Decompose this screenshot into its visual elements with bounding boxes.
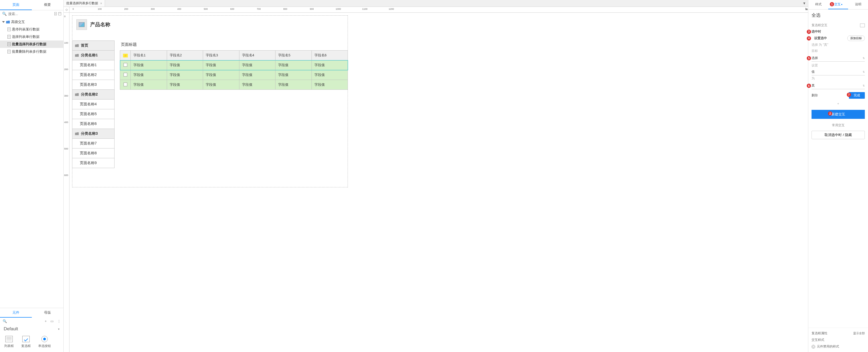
menu-page[interactable]: 页面名称4 [72, 100, 114, 109]
tab-masters[interactable]: 母版 [32, 308, 64, 318]
add-page-icon[interactable]: + [54, 12, 57, 15]
page-title[interactable]: 页面标题 [120, 40, 348, 50]
tab-overview[interactable]: 概要 [32, 0, 64, 10]
new-interaction-button[interactable]: 2 新建交互 [811, 110, 865, 119]
menu-category[interactable]: 首页 [72, 41, 114, 50]
cell[interactable]: 字段值 [275, 60, 312, 70]
row-checkbox[interactable] [124, 73, 127, 76]
tabs-dropdown[interactable]: ▼ [800, 0, 808, 7]
tab-interact[interactable]: 1 交互 [828, 0, 848, 9]
table-row[interactable]: 字段值字段值字段值字段值字段值字段值 [120, 80, 348, 90]
doc-tab[interactable]: 批量选择列表多行数据 × [64, 0, 105, 7]
cell[interactable]: 字段值 [275, 80, 312, 90]
menu-page[interactable]: 页面名称7 [72, 139, 114, 148]
to-dropdown[interactable]: 真⇅ [811, 82, 865, 89]
menu-page[interactable]: 页面名称2 [72, 70, 114, 80]
library-selector[interactable]: Default ▾ [0, 325, 63, 334]
interaction-section-label: 复选框交互 [811, 23, 828, 28]
cell[interactable]: 字段值 [203, 60, 239, 70]
cell[interactable]: 字段值 [167, 70, 203, 80]
column-header[interactable]: 字段名5 [275, 50, 312, 60]
row-checkbox[interactable] [124, 63, 127, 67]
menu-page[interactable]: 页面名称8 [72, 148, 114, 158]
badge-1: 1 [830, 2, 834, 6]
ruler-horizontal[interactable]: 0100200300400500600700800900100011001200… [69, 7, 808, 13]
search-input[interactable] [8, 12, 53, 16]
table-row[interactable]: 字段值字段值字段值字段值字段值字段值 [120, 60, 348, 70]
cell[interactable]: 字段值 [203, 70, 239, 80]
menu-page[interactable]: 页面名称1 [72, 60, 114, 70]
done-button[interactable]: 7 完成 [849, 92, 865, 99]
target-dropdown[interactable]: 选择⇅ [811, 55, 865, 62]
delete-action[interactable]: 删除 [811, 93, 818, 98]
set-dropdown[interactable]: 值⇅ [811, 69, 865, 75]
column-header[interactable]: 字段名1 [131, 50, 167, 60]
library-icon[interactable]: ▭ [50, 319, 54, 323]
image-placeholder-icon[interactable] [76, 19, 87, 30]
menu-category[interactable]: 分类名称3 [72, 129, 114, 139]
cell[interactable]: 字段值 [167, 60, 203, 70]
common-interaction-button[interactable]: 取消选中时 / 隐藏 [811, 131, 865, 139]
cell[interactable]: 字段值 [239, 60, 275, 70]
tree-item[interactable]: 选择列表单行数据 [0, 33, 63, 40]
tab-pages[interactable]: 页面 [0, 0, 32, 10]
tab-style[interactable]: 样式 [808, 0, 828, 9]
column-header[interactable]: 字段名2 [167, 50, 203, 60]
tab-widgets[interactable]: 元件 [0, 308, 32, 318]
table-row[interactable]: 字段值字段值字段值字段值字段值字段值 [120, 70, 348, 80]
tree-item[interactable]: 批量选择列表多行数据 [0, 40, 63, 48]
column-header[interactable]: 字段名3 [203, 50, 239, 60]
event-label[interactable]: 选中时 [811, 29, 821, 34]
cell[interactable]: 字段值 [239, 80, 275, 90]
cell[interactable]: 字段值 [203, 80, 239, 90]
cell[interactable]: 字段值 [131, 80, 167, 90]
menu-page[interactable]: 页面名称5 [72, 109, 114, 119]
ruler-vertical[interactable]: 0100200300400500600 [64, 13, 69, 352]
dot-indicator-icon [841, 4, 842, 5]
show-all-link[interactable]: 显示全部 [853, 331, 865, 335]
canvas[interactable]: 产品名称 首页分类名称1页面名称1页面名称2页面名称3分类名称2页面名称4页面名… [69, 13, 808, 352]
product-title[interactable]: 产品名称 [90, 21, 110, 28]
column-header[interactable]: 字段名4 [239, 50, 275, 60]
column-header[interactable]: 字段名6 [311, 50, 348, 60]
tree-item[interactable]: 悬停列表某行数据 [0, 26, 63, 33]
cell[interactable]: 字段值 [275, 70, 312, 80]
widget-list[interactable]: 列表框 [4, 336, 14, 348]
tab-notes[interactable]: 说明 [848, 0, 868, 9]
row-checkbox[interactable] [124, 82, 127, 86]
menu-page[interactable]: 页面名称6 [72, 119, 114, 129]
cell[interactable]: 字段值 [167, 80, 203, 90]
add-action-button[interactable]: + [811, 101, 865, 107]
cell[interactable]: 字段值 [239, 70, 275, 80]
cell[interactable]: 字段值 [311, 60, 348, 70]
add-target-button[interactable]: 添加目标 [847, 35, 865, 41]
cell[interactable]: 字段值 [131, 70, 167, 80]
disabled-style-label[interactable]: 元件禁用的样式 [817, 344, 839, 349]
menu-category[interactable]: 分类名称2 [72, 90, 114, 100]
cell[interactable]: 字段值 [131, 60, 167, 70]
cell[interactable]: 字段值 [311, 80, 348, 90]
tree-item-label: 批量删除列表多行数据 [12, 49, 46, 54]
action-label[interactable]: 设置选中 [811, 36, 827, 40]
chevron-updown-icon: ⇅ [863, 84, 865, 87]
menu-category[interactable]: 分类名称1 [72, 50, 114, 60]
header-checkbox-cell[interactable]: ⚡ [120, 50, 131, 60]
cell[interactable]: 字段值 [311, 70, 348, 80]
folder-icon [75, 44, 79, 47]
search-icon[interactable]: 🔍 [3, 319, 7, 323]
selection-name[interactable]: 全选 [808, 9, 868, 21]
tree-item[interactable]: 批量删除列表多行数据 [0, 48, 63, 55]
plus-icon[interactable]: + [44, 319, 46, 323]
product-header: 产品名称 [76, 19, 110, 30]
ruler-corner[interactable]: ◇ [64, 7, 69, 13]
add-folder-icon[interactable] [58, 12, 61, 15]
link-icon[interactable] [860, 24, 865, 27]
widget-check[interactable]: 复选框 [21, 336, 31, 348]
tree-root[interactable]: 高级交互 [0, 18, 63, 26]
widget-radio[interactable]: 单选按钮 [38, 336, 51, 348]
menu-page[interactable]: 页面名称3 [72, 80, 114, 90]
close-icon[interactable]: × [100, 2, 102, 5]
tree-item-label: 批量选择列表多行数据 [12, 42, 46, 46]
menu-icon[interactable]: ⋮ [57, 319, 61, 323]
menu-page[interactable]: 页面名称9 [72, 158, 114, 168]
